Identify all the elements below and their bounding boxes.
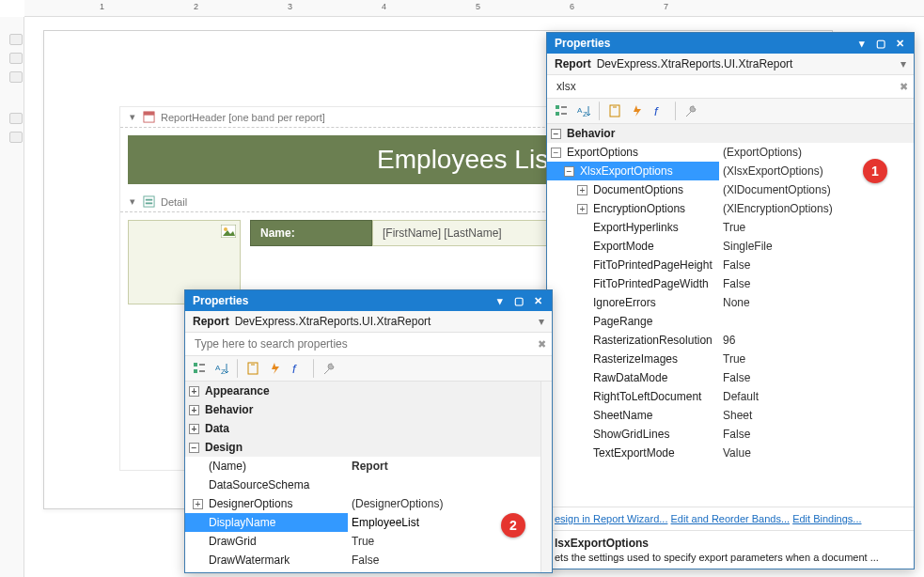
property-value[interactable]: Sheet <box>719 409 914 422</box>
property-row-selected[interactable]: − XlsxExportOptions (XlsxExportOptions) <box>547 162 914 180</box>
property-row[interactable]: ExportModeSingleFile <box>547 237 914 256</box>
wrench-icon[interactable] <box>681 101 701 120</box>
property-row[interactable]: +DocumentOptions(XlDocumentOptions) <box>547 180 914 199</box>
property-row[interactable]: RightToLeftDocumentDefault <box>547 387 914 406</box>
alphabetical-icon[interactable]: AZ <box>211 359 232 378</box>
property-row[interactable]: FitToPrintedPageWidthFalse <box>547 274 914 293</box>
collapse-icon[interactable]: − <box>551 148 561 158</box>
expressions-icon[interactable]: f <box>288 359 308 378</box>
property-row[interactable]: (Name)Report <box>185 457 552 476</box>
maximize-icon[interactable]: ▢ <box>874 37 887 50</box>
band-handle[interactable] <box>9 132 23 143</box>
object-selector[interactable]: Report DevExpress.XtraReports.UI.XtraRep… <box>185 311 552 333</box>
category-row[interactable]: −Design <box>185 438 552 457</box>
property-value[interactable]: False <box>719 258 914 272</box>
events-icon[interactable] <box>627 101 648 120</box>
property-grid[interactable]: − Behavior − ExportOptions (ExportOption… <box>547 124 914 507</box>
property-row[interactable]: PageRange <box>547 312 914 331</box>
property-value[interactable]: True <box>348 535 552 548</box>
band-handle[interactable] <box>9 71 23 83</box>
dropdown-icon[interactable]: ▾ <box>493 294 507 307</box>
expand-icon[interactable]: + <box>189 405 199 415</box>
property-value[interactable]: False <box>348 554 552 567</box>
maximize-icon[interactable]: ▢ <box>512 294 525 307</box>
band-handle[interactable] <box>9 113 23 124</box>
expand-icon[interactable]: + <box>193 499 203 509</box>
property-value[interactable]: SingleFile <box>719 240 914 253</box>
property-row[interactable]: FitToPrintedPageHeightFalse <box>547 256 914 274</box>
scrollbar[interactable] <box>540 382 552 572</box>
close-icon[interactable]: ✕ <box>893 37 906 50</box>
panel-titlebar[interactable]: Properties ▾ ▢ ✕ <box>185 290 552 311</box>
wrench-icon[interactable] <box>319 359 339 378</box>
property-row[interactable]: IgnoreErrorsNone <box>547 293 914 312</box>
collapse-icon[interactable]: − <box>564 166 574 177</box>
search-box[interactable]: ✖ <box>547 75 914 99</box>
property-value[interactable]: (XlDocumentOptions) <box>719 183 914 196</box>
property-row[interactable]: ShowGridLinesFalse <box>547 425 914 444</box>
property-value[interactable]: Default <box>719 390 914 403</box>
property-value[interactable]: True <box>719 352 914 366</box>
property-row[interactable]: − ExportOptions (ExportOptions) <box>547 143 914 162</box>
property-row[interactable]: DrawGridTrue <box>185 532 552 551</box>
category-row[interactable]: +Data <box>185 419 552 438</box>
property-value[interactable]: (XlEncryptionOptions) <box>719 202 914 215</box>
dropdown-icon[interactable]: ▾ <box>855 37 869 50</box>
chevron-down-icon[interactable]: ▾ <box>901 57 906 70</box>
search-input[interactable] <box>553 78 900 95</box>
close-icon[interactable]: ✕ <box>531 294 544 307</box>
category-row[interactable]: +Appearance <box>185 382 552 400</box>
property-row[interactable]: RasterizeImagesTrue <box>547 350 914 368</box>
property-value[interactable]: (DesignerOptions) <box>348 497 552 510</box>
collapse-icon[interactable]: ▾ <box>128 111 137 123</box>
clear-search-icon[interactable]: ✖ <box>538 338 546 351</box>
property-row[interactable]: ExportHyperlinksTrue <box>547 218 914 237</box>
property-grid[interactable]: +Appearance +Behavior +Data −Design (Nam… <box>185 382 552 572</box>
collapse-icon[interactable]: ▾ <box>128 195 137 208</box>
property-value[interactable]: False <box>719 428 914 441</box>
expressions-icon[interactable]: f <box>650 101 670 120</box>
property-row[interactable]: TextExportModeValue <box>547 444 914 462</box>
categorized-icon[interactable] <box>189 359 210 378</box>
expand-icon[interactable]: + <box>189 424 199 434</box>
expand-icon[interactable]: + <box>189 386 199 397</box>
property-value[interactable]: None <box>719 296 914 309</box>
clear-search-icon[interactable]: ✖ <box>900 81 908 93</box>
property-row[interactable]: RawDataModeFalse <box>547 368 914 387</box>
property-row[interactable]: DataSourceSchema <box>185 476 552 494</box>
chevron-down-icon[interactable]: ▾ <box>539 315 544 328</box>
property-value[interactable]: True <box>719 221 914 234</box>
property-row[interactable]: SheetNameSheet <box>547 406 914 425</box>
property-value[interactable]: Value <box>719 446 914 460</box>
categorized-icon[interactable] <box>551 101 572 120</box>
link-edit-bindings[interactable]: Edit Bindings... <box>792 513 861 524</box>
expand-icon[interactable]: + <box>577 204 587 214</box>
band-handle[interactable] <box>9 53 23 64</box>
link-edit-bands[interactable]: Edit and Reorder Bands... <box>671 513 791 524</box>
link-design-wizard[interactable]: esign in Report Wizard... <box>555 513 667 524</box>
property-row[interactable]: DrawWatermarkFalse <box>185 551 552 569</box>
property-value[interactable]: Report <box>348 460 552 473</box>
collapse-icon[interactable]: − <box>189 443 199 453</box>
property-row[interactable]: RasterizationResolution96 <box>547 331 914 350</box>
property-row[interactable]: Language(Default) <box>185 569 552 572</box>
property-value[interactable]: False <box>719 371 914 384</box>
favorites-icon[interactable] <box>243 359 263 378</box>
panel-titlebar[interactable]: Properties ▾ ▢ ✕ <box>547 33 914 54</box>
collapse-icon[interactable]: − <box>551 129 561 139</box>
category-row[interactable]: +Behavior <box>185 400 552 419</box>
search-input[interactable] <box>191 335 538 352</box>
favorites-icon[interactable] <box>604 101 625 120</box>
property-value[interactable]: False <box>719 277 914 290</box>
property-value[interactable]: 96 <box>719 334 914 347</box>
property-row[interactable]: +DesignerOptions(DesignerOptions) <box>185 494 552 513</box>
events-icon[interactable] <box>265 359 286 378</box>
band-handle[interactable] <box>9 34 23 45</box>
search-box[interactable]: ✖ <box>185 333 552 356</box>
property-row[interactable]: +EncryptionOptions(XlEncryptionOptions) <box>547 199 914 218</box>
property-row-selected[interactable]: DisplayName <box>185 513 552 532</box>
expand-icon[interactable]: + <box>577 185 587 195</box>
object-selector[interactable]: Report DevExpress.XtraReports.UI.XtraRep… <box>547 54 914 75</box>
alphabetical-icon[interactable]: AZ <box>573 101 594 120</box>
category-row[interactable]: − Behavior <box>547 124 914 143</box>
